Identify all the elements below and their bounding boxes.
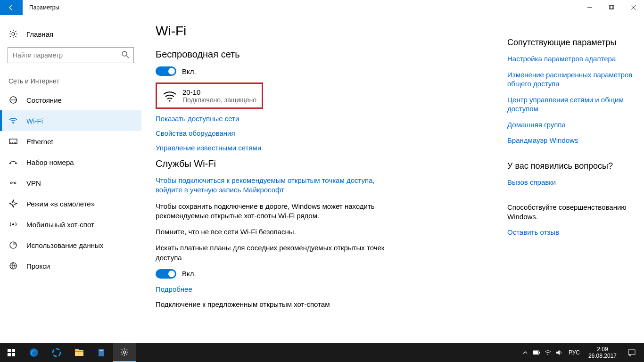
sidebar-item-ethernet[interactable]: Ethernet	[0, 131, 141, 152]
services-text-1: Чтобы сохранить подключение в дороге, Wi…	[156, 202, 401, 221]
sidebar-item-datausage[interactable]: Использование данных	[0, 235, 141, 255]
tray-language[interactable]: РУС	[565, 349, 584, 356]
svg-point-17	[15, 163, 16, 164]
sidebar-item-hotspot[interactable]: Мобильный хот-спот	[0, 214, 141, 235]
hotspot-icon	[8, 220, 18, 229]
svg-point-18	[10, 182, 12, 184]
main-panel: Wi-Fi Беспроводная сеть Вкл. 20-10 Подкл…	[141, 15, 507, 343]
svg-rect-2	[610, 5, 614, 9]
search-icon	[122, 51, 129, 58]
signin-link[interactable]: Чтобы подключиться к рекомендуемым откры…	[156, 176, 377, 195]
wireless-heading: Беспроводная сеть	[156, 49, 493, 60]
sidebar-item-proxy[interactable]: Прокси	[0, 255, 141, 276]
sidebar-item-dialup[interactable]: Набор номера	[0, 152, 141, 173]
datausage-icon	[8, 240, 18, 250]
taskbar-app-2[interactable]	[91, 343, 113, 362]
tray-battery-icon[interactable]	[531, 350, 542, 355]
svg-point-19	[14, 182, 16, 184]
related-link-homegroup[interactable]: Домашняя группа	[507, 120, 635, 130]
sidebar-item-label: Прокси	[26, 262, 50, 270]
start-button[interactable]	[0, 343, 23, 362]
current-network[interactable]: 20-10 Подключено, защищено	[156, 82, 263, 109]
related-link-netcenter[interactable]: Центр управления сетями и общим доступом	[507, 95, 635, 114]
search-input[interactable]	[8, 47, 134, 63]
tray-chevron-icon[interactable]	[520, 350, 531, 355]
wifi-signal-icon	[162, 88, 178, 104]
feedback-link[interactable]: Оставить отзыв	[507, 228, 635, 237]
back-button[interactable]	[0, 0, 23, 15]
wifi-toggle[interactable]	[156, 66, 176, 76]
questions-heading: У вас появились вопросы?	[507, 161, 635, 171]
sidebar-item-status[interactable]: Состояние	[0, 90, 141, 110]
feedback-heading: Способствуйте совершенствованию Windows.	[507, 203, 635, 221]
sidebar-item-label: Состояние	[26, 96, 62, 104]
sidebar: Главная Сеть и Интернет Состояние Wi-Fi …	[0, 15, 141, 343]
tray-date: 26.08.2017	[588, 353, 617, 359]
taskbar-settings[interactable]	[113, 343, 136, 362]
close-button[interactable]	[622, 0, 644, 15]
services-text-3: Искать платные планы для соседних рекоме…	[156, 243, 401, 263]
proxy-icon	[8, 261, 18, 271]
svg-point-36	[123, 351, 125, 353]
svg-rect-41	[628, 350, 635, 354]
sidebar-item-label: Мобильный хот-спот	[26, 221, 94, 229]
svg-point-30	[53, 349, 60, 356]
svg-rect-39	[533, 351, 538, 354]
help-link[interactable]: Вызов справки	[507, 178, 635, 187]
svg-rect-31	[75, 350, 83, 356]
page-title: Wi-Fi	[156, 24, 493, 39]
status-icon	[8, 95, 18, 105]
tray-volume-icon[interactable]	[553, 349, 565, 356]
svg-point-9	[13, 123, 14, 124]
paid-plans-toggle-label: Вкл.	[182, 270, 196, 278]
tray-notifications[interactable]	[621, 349, 642, 356]
manage-known-link[interactable]: Управление известными сетями	[156, 144, 493, 152]
sidebar-item-airplane[interactable]: Режим «в самолете»	[0, 193, 141, 214]
sidebar-item-label: Набор номера	[26, 158, 74, 166]
taskbar-app-1[interactable]	[45, 343, 68, 362]
gear-icon	[8, 29, 18, 39]
network-status: Подключено, защищено	[182, 96, 256, 104]
sidebar-item-vpn[interactable]: VPN	[0, 173, 141, 193]
sidebar-category: Сеть и Интернет	[0, 70, 141, 90]
services-text-2: Помните, что не все сети Wi-Fi безопасны…	[156, 227, 401, 237]
svg-point-16	[13, 161, 14, 162]
svg-rect-32	[75, 349, 79, 351]
sidebar-item-label: Wi-Fi	[26, 117, 43, 125]
tray-wifi-icon[interactable]	[542, 349, 553, 356]
minimize-button[interactable]	[579, 0, 601, 15]
taskbar-edge[interactable]	[23, 343, 45, 362]
more-link[interactable]: Подробнее	[156, 285, 493, 293]
sidebar-item-label: Режим «в самолете»	[26, 200, 95, 208]
services-heading: Службы Wi-Fi	[156, 158, 493, 169]
tray-time: 2:09	[588, 346, 617, 353]
svg-rect-38	[539, 352, 540, 354]
maximize-button[interactable]	[601, 0, 622, 15]
hardware-props-link[interactable]: Свойства оборудования	[156, 129, 493, 137]
svg-point-24	[169, 100, 170, 101]
taskbar-explorer[interactable]	[68, 343, 91, 362]
related-link-adapter[interactable]: Настройка параметров адаптера	[507, 54, 635, 64]
sidebar-item-wifi[interactable]: Wi-Fi	[0, 110, 141, 131]
services-text-4: Подключение к предложенным открытым хот-…	[156, 300, 401, 309]
svg-point-6	[122, 51, 127, 56]
sidebar-item-label: Ethernet	[26, 138, 53, 146]
paid-plans-toggle[interactable]	[156, 269, 176, 279]
show-networks-link[interactable]: Показать доступные сети	[156, 115, 493, 123]
tray-clock[interactable]: 2:09 26.08.2017	[584, 346, 621, 360]
svg-rect-26	[12, 349, 15, 352]
ethernet-icon	[8, 137, 18, 146]
wifi-icon	[8, 116, 18, 125]
svg-rect-27	[8, 353, 11, 356]
network-name: 20-10	[182, 88, 256, 96]
related-link-sharing[interactable]: Изменение расширенных параметров общего …	[507, 70, 635, 89]
svg-point-15	[10, 163, 11, 164]
related-heading: Сопутствующие параметры	[507, 38, 635, 48]
sidebar-item-label: VPN	[26, 179, 41, 187]
svg-line-7	[126, 56, 129, 58]
right-panel: Сопутствующие параметры Настройка параме…	[507, 15, 644, 343]
svg-rect-35	[99, 350, 103, 351]
wifi-toggle-label: Вкл.	[182, 67, 196, 75]
related-link-firewall[interactable]: Брандмауэр Windows	[507, 136, 635, 145]
sidebar-home[interactable]: Главная	[0, 25, 141, 42]
